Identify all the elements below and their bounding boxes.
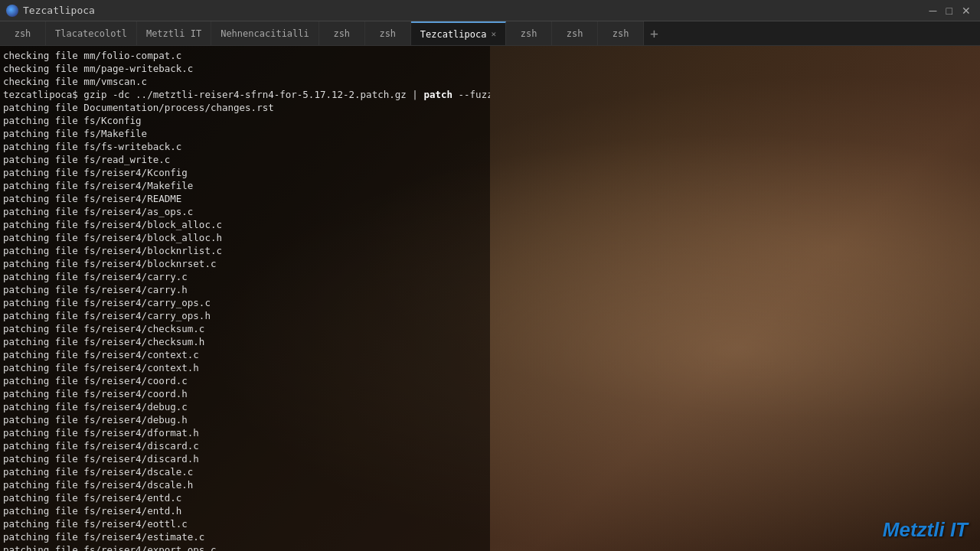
terminal-line: patching file Documentation/process/chan… xyxy=(3,101,487,114)
terminal-command-line: tezcatlipoca$ gzip -dc ../metztli-reiser… xyxy=(3,88,487,101)
terminal-line: patching file fs/reiser4/eottl.c xyxy=(3,517,487,530)
tab-zsh-6[interactable]: zsh xyxy=(598,21,644,46)
terminal-line: checking file mm/folio-compat.c xyxy=(3,49,487,62)
tab-zsh-5[interactable]: zsh xyxy=(552,21,598,46)
terminal-line: patching file fs/reiser4/blocknrset.c xyxy=(3,257,487,270)
terminal-line: checking file mm/page-writeback.c xyxy=(3,62,487,75)
tab-nehnencacitialli[interactable]: Nehnencacitialli xyxy=(211,21,319,46)
terminal-line: patching file fs/reiser4/dscale.c xyxy=(3,465,487,478)
close-button[interactable]: ✕ xyxy=(959,5,974,17)
terminal-line: checking file mm/vmscan.c xyxy=(3,75,487,88)
terminal-line: patching file fs/reiser4/blocknrlist.c xyxy=(3,244,487,257)
tab-zsh-2[interactable]: zsh xyxy=(319,21,365,46)
tabbar: zsh Tlacatecolotl Metztli IT Nehnencacit… xyxy=(0,21,980,46)
tab-metztli-it[interactable]: Metztli IT xyxy=(137,21,211,46)
terminal-line: patching file fs/reiser4/entd.c xyxy=(3,491,487,504)
main-content: checking file mm/folio-compat.c checking… xyxy=(0,46,980,551)
metztli-watermark: Metztli IT xyxy=(883,518,968,542)
terminal-line: patching file fs/read_write.c xyxy=(3,153,487,166)
terminal-line: patching file fs/reiser4/debug.h xyxy=(3,413,487,426)
terminal-line: patching file fs/Makefile xyxy=(3,127,487,140)
tab-close-button[interactable]: ✕ xyxy=(491,29,496,39)
terminal-output[interactable]: checking file mm/folio-compat.c checking… xyxy=(0,46,490,551)
terminal-line: patching file fs/reiser4/carry_ops.h xyxy=(3,309,487,322)
terminal-line: patching file fs/reiser4/context.c xyxy=(3,348,487,361)
window-title: Tezcatlipoca xyxy=(23,5,95,16)
maximize-button[interactable]: □ xyxy=(943,5,956,17)
tab-zsh-1[interactable]: zsh xyxy=(0,21,46,46)
terminal-line: patching file fs/reiser4/dformat.h xyxy=(3,426,487,439)
tab-tlacatecolotl[interactable]: Tlacatecolotl xyxy=(46,21,137,46)
tab-add-button[interactable]: + xyxy=(644,25,665,41)
terminal-line: patching file fs/reiser4/checksum.h xyxy=(3,335,487,348)
terminal-icon xyxy=(6,5,18,17)
terminal-line: patching file fs/reiser4/discard.h xyxy=(3,452,487,465)
terminal-line: patching file fs/reiser4/coord.c xyxy=(3,374,487,387)
terminal-line: patching file fs/reiser4/discard.c xyxy=(3,439,487,452)
terminal-line: patching file fs/reiser4/README xyxy=(3,192,487,205)
terminal-line: patching file fs/reiser4/coord.h xyxy=(3,387,487,400)
terminal-line: patching file fs/reiser4/block_alloc.h xyxy=(3,231,487,244)
titlebar-left: Tezcatlipoca xyxy=(6,5,95,17)
titlebar-controls[interactable]: ─ □ ✕ xyxy=(926,5,974,17)
terminal-line: patching file fs/reiser4/context.h xyxy=(3,361,487,374)
terminal-line: patching file fs/reiser4/as_ops.c xyxy=(3,205,487,218)
terminal-line: patching file fs/reiser4/Makefile xyxy=(3,179,487,192)
terminal-line: patching file fs/reiser4/carry.c xyxy=(3,270,487,283)
terminal-line: patching file fs/reiser4/checksum.c xyxy=(3,322,487,335)
terminal-line: patching file fs/Kconfig xyxy=(3,114,487,127)
tab-tezcatlipoca[interactable]: Tezcatlipoca ✕ xyxy=(411,21,506,46)
terminal-line: patching file fs/reiser4/Kconfig xyxy=(3,166,487,179)
terminal-line: patching file fs/reiser4/carry_ops.c xyxy=(3,296,487,309)
terminal-line: patching file fs/reiser4/carry.h xyxy=(3,283,487,296)
terminal-line: patching file fs/reiser4/dscale.h xyxy=(3,478,487,491)
terminal-line: patching file fs/reiser4/export_ops.c xyxy=(3,543,487,551)
terminal-line: patching file fs/reiser4/entd.h xyxy=(3,504,487,517)
tab-zsh-4[interactable]: zsh xyxy=(506,21,552,46)
terminal-line: patching file fs/reiser4/block_alloc.c xyxy=(3,218,487,231)
terminal-line: patching file fs/reiser4/estimate.c xyxy=(3,530,487,543)
minimize-button[interactable]: ─ xyxy=(926,5,940,17)
terminal-line: patching file fs/reiser4/debug.c xyxy=(3,400,487,413)
titlebar: Tezcatlipoca ─ □ ✕ xyxy=(0,0,980,21)
terminal-line: patching file fs/fs-writeback.c xyxy=(3,140,487,153)
tab-zsh-3[interactable]: zsh xyxy=(365,21,411,46)
